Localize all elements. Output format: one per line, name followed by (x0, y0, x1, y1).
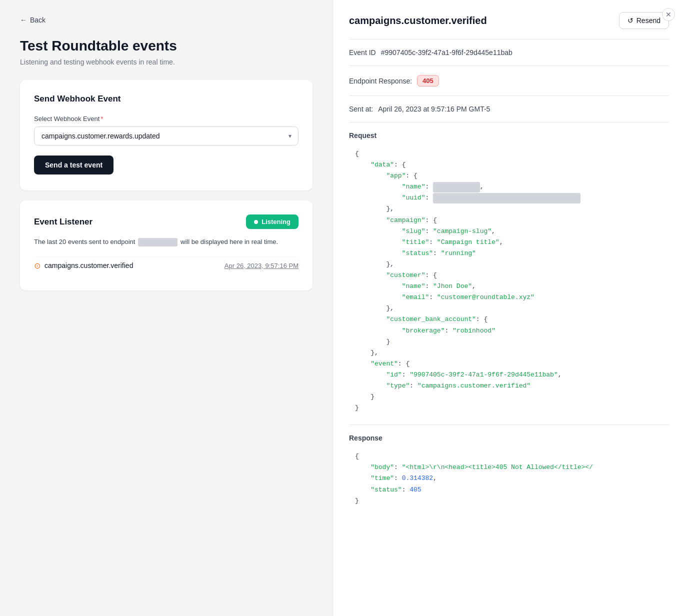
required-indicator: * (100, 115, 103, 122)
right-panel-header: campaigns.customer.verified ↺ Resend (349, 12, 669, 29)
event-id-value: #9907405c-39f2-47a1-9f6f-29d445e11bab (381, 48, 512, 56)
event-listener-header: Event Listener Listening (34, 214, 298, 229)
select-label: Select Webhook Event* (34, 115, 298, 122)
sent-at-value: April 26, 2023 at 9:57:16 PM GMT-5 (378, 105, 490, 113)
divider-2 (349, 66, 669, 66)
resend-icon: ↺ (628, 16, 634, 24)
sent-at-label: Sent at: (349, 105, 373, 113)
send-webhook-title: Send Webhook Event (34, 94, 298, 104)
right-panel: ✕ campaigns.customer.verified ↺ Resend E… (332, 0, 685, 616)
webhook-event-select[interactable]: campaigns.customer.rewards.updated campa… (34, 126, 298, 146)
event-item-time[interactable]: Apr 26, 2023, 9:57:16 PM (224, 262, 298, 270)
response-section-label: Response (349, 434, 669, 442)
endpoint-description: The last 20 events sent to endpoint will… (34, 237, 298, 248)
event-item-left: ⊙ campaigns.customer.verified (34, 261, 133, 270)
webhook-event-select-wrapper: campaigns.customer.rewards.updated campa… (34, 126, 298, 146)
close-button[interactable]: ✕ (662, 8, 675, 21)
event-listener-title: Event Listener (34, 217, 92, 227)
endpoint-response-row: Endpoint Response: 405 (349, 75, 669, 86)
resend-label: Resend (636, 16, 660, 24)
send-test-event-button[interactable]: Send a test event (34, 156, 114, 174)
panel-event-title: campaigns.customer.verified (349, 15, 487, 26)
divider-5 (349, 424, 669, 425)
back-label: Back (30, 16, 46, 24)
endpoint-url-blurred (138, 238, 178, 247)
event-list-item[interactable]: ⊙ campaigns.customer.verified Apr 26, 20… (34, 256, 298, 274)
back-link[interactable]: ← Back (20, 16, 312, 24)
description-end: will be displayed here in real time. (180, 238, 278, 246)
request-section-label: Request (349, 132, 669, 140)
send-webhook-card: Send Webhook Event Select Webhook Event*… (20, 80, 312, 190)
left-panel: ← Back Test Roundtable events Listening … (0, 0, 332, 616)
description-start: The last 20 events sent to endpoint (34, 238, 135, 246)
warning-circle-icon: ⊙ (34, 261, 40, 270)
status-code-badge: 405 (417, 75, 439, 86)
divider-3 (349, 96, 669, 96)
event-id-row: Event ID #9907405c-39f2-47a1-9f6f-29d445… (349, 48, 669, 56)
listening-indicator-dot (254, 220, 258, 224)
listening-label: Listening (262, 218, 290, 226)
request-json-block: { "data": { "app": { "name": , "uuid": }… (349, 146, 669, 416)
divider-4 (349, 122, 669, 122)
event-item-name: campaigns.customer.verified (44, 262, 133, 270)
sent-at-row: Sent at: April 26, 2023 at 9:57:16 PM GM… (349, 105, 669, 113)
divider-1 (349, 39, 669, 40)
page-subtitle: Listening and testing webhook events in … (20, 58, 312, 66)
endpoint-response-label: Endpoint Response: (349, 77, 412, 85)
event-listener-card: Event Listener Listening The last 20 eve… (20, 200, 312, 290)
response-json-block: { "body": "<html>\r\n<head><title>405 No… (349, 449, 669, 508)
event-id-label: Event ID (349, 48, 376, 56)
page-title: Test Roundtable events (20, 38, 312, 54)
back-arrow-icon: ← (20, 16, 27, 24)
resend-button[interactable]: ↺ Resend (619, 12, 669, 29)
listening-badge: Listening (246, 214, 298, 229)
